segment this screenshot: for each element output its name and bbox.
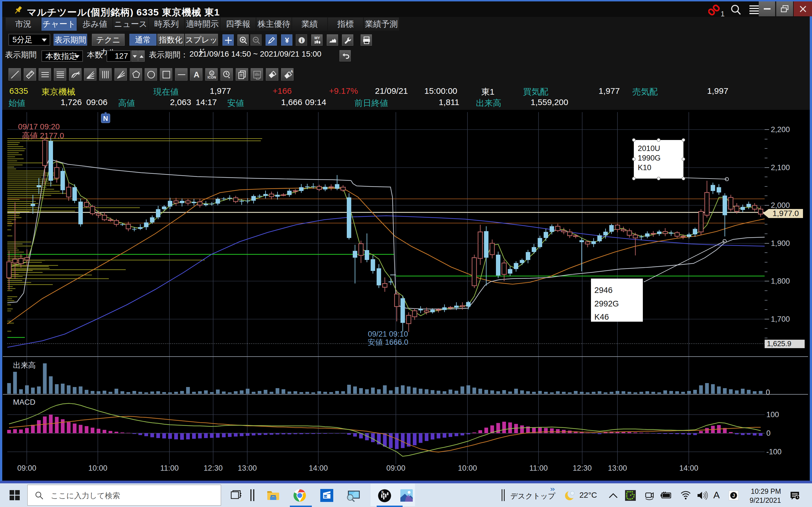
svg-text:1,977.0: 1,977.0: [772, 209, 799, 218]
svg-text:2992G: 2992G: [594, 299, 619, 308]
svg-text:0: 0: [766, 388, 770, 397]
svg-text:1990G: 1990G: [638, 154, 661, 162]
svg-text:2,100: 2,100: [771, 163, 790, 172]
svg-text:2010U: 2010U: [638, 144, 660, 153]
svg-text:09/21 09:10: 09/21 09:10: [368, 330, 408, 338]
svg-text:09/17 09:20: 09/17 09:20: [18, 122, 60, 131]
svg-text:K10: K10: [638, 163, 651, 172]
svg-text:12:30: 12:30: [573, 464, 592, 472]
svg-text:13:00: 13:00: [238, 464, 257, 472]
svg-text:09:00: 09:00: [17, 464, 36, 472]
svg-text:1,800: 1,800: [771, 277, 790, 285]
svg-text:2946: 2946: [594, 286, 613, 295]
svg-text:10:00: 10:00: [458, 464, 477, 472]
svg-text:2,200: 2,200: [771, 125, 790, 134]
svg-text:出来高: 出来高: [13, 361, 36, 370]
svg-text:1,700: 1,700: [771, 315, 790, 323]
svg-text:14:00: 14:00: [679, 464, 698, 472]
svg-text:12:00: 12:00: [323, 496, 328, 497]
svg-text:12:30: 12:30: [204, 464, 223, 472]
svg-text:10:00: 10:00: [88, 464, 107, 472]
svg-text:N: N: [103, 115, 108, 122]
svg-text:高値 2177.0: 高値 2177.0: [22, 131, 64, 140]
svg-text:0: 0: [766, 429, 770, 438]
svg-text:1,625.9: 1,625.9: [767, 339, 792, 348]
svg-text:13:00: 13:00: [608, 464, 627, 472]
svg-text:11:00: 11:00: [160, 464, 179, 472]
svg-text:J: J: [732, 493, 735, 498]
svg-text:K46: K46: [594, 313, 609, 321]
svg-text:2,000: 2,000: [771, 201, 790, 210]
svg-text:100: 100: [766, 410, 779, 419]
svg-text:安値 1666.0: 安値 1666.0: [368, 338, 408, 346]
svg-text:09:00: 09:00: [386, 464, 405, 472]
svg-text:-100: -100: [766, 448, 781, 456]
svg-text:MACD: MACD: [13, 398, 36, 406]
svg-text:1,900: 1,900: [771, 239, 790, 247]
svg-text:14:00: 14:00: [309, 464, 328, 472]
svg-text:11:00: 11:00: [529, 464, 548, 472]
